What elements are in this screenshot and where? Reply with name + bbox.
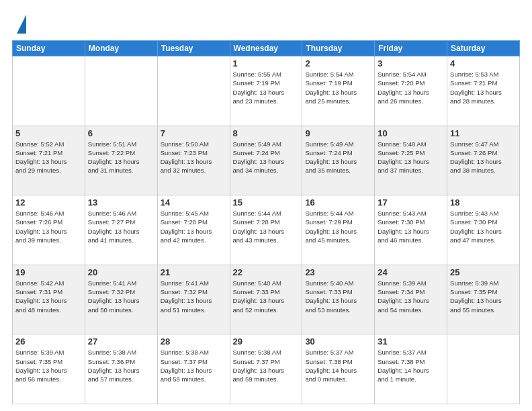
cell-info-text: Sunrise: 5:54 AM Sunset: 7:20 PM Dayligh…: [378, 70, 444, 105]
cell-info-text: Sunrise: 5:46 AM Sunset: 7:26 PM Dayligh…: [15, 209, 82, 244]
calendar-cell: 3Sunrise: 5:54 AM Sunset: 7:20 PM Daylig…: [375, 56, 447, 126]
calendar-cell: 13Sunrise: 5:46 AM Sunset: 7:27 PM Dayli…: [85, 195, 157, 265]
cell-info-text: Sunrise: 5:41 AM Sunset: 7:32 PM Dayligh…: [161, 279, 227, 314]
cell-date-number: 19: [15, 267, 82, 277]
weekday-header-saturday: Saturday: [447, 41, 520, 56]
cell-info-text: Sunrise: 5:43 AM Sunset: 7:30 PM Dayligh…: [450, 209, 517, 244]
cell-info-text: Sunrise: 5:44 AM Sunset: 7:29 PM Dayligh…: [305, 209, 371, 244]
cell-info-text: Sunrise: 5:43 AM Sunset: 7:30 PM Dayligh…: [378, 209, 444, 244]
calendar-cell: 31Sunrise: 5:37 AM Sunset: 7:38 PM Dayli…: [375, 334, 447, 404]
cell-date-number: 10: [378, 128, 444, 138]
logo: [12, 12, 26, 34]
calendar-cell: 29Sunrise: 5:38 AM Sunset: 7:37 PM Dayli…: [230, 334, 302, 404]
calendar-cell: 27Sunrise: 5:38 AM Sunset: 7:36 PM Dayli…: [85, 334, 157, 404]
cell-info-text: Sunrise: 5:47 AM Sunset: 7:26 PM Dayligh…: [450, 140, 517, 175]
cell-info-text: Sunrise: 5:50 AM Sunset: 7:23 PM Dayligh…: [161, 140, 227, 175]
cell-date-number: 12: [15, 197, 82, 208]
calendar-cell: 12Sunrise: 5:46 AM Sunset: 7:26 PM Dayli…: [13, 195, 85, 265]
calendar-cell: 15Sunrise: 5:44 AM Sunset: 7:28 PM Dayli…: [230, 195, 302, 265]
cell-date-number: 8: [233, 128, 300, 138]
cell-info-text: Sunrise: 5:41 AM Sunset: 7:32 PM Dayligh…: [88, 279, 154, 314]
cell-info-text: Sunrise: 5:55 AM Sunset: 7:19 PM Dayligh…: [233, 70, 300, 105]
cell-info-text: Sunrise: 5:39 AM Sunset: 7:35 PM Dayligh…: [450, 279, 517, 314]
calendar-row-3: 19Sunrise: 5:42 AM Sunset: 7:31 PM Dayli…: [13, 265, 520, 334]
calendar-cell: 23Sunrise: 5:40 AM Sunset: 7:33 PM Dayli…: [302, 265, 375, 334]
cell-info-text: Sunrise: 5:45 AM Sunset: 7:28 PM Dayligh…: [161, 209, 227, 244]
cell-date-number: 21: [161, 267, 227, 277]
calendar-cell: 14Sunrise: 5:45 AM Sunset: 7:28 PM Dayli…: [157, 195, 230, 265]
cell-date-number: 17: [378, 197, 444, 208]
cell-info-text: Sunrise: 5:49 AM Sunset: 7:24 PM Dayligh…: [233, 140, 300, 175]
calendar-cell: 18Sunrise: 5:43 AM Sunset: 7:30 PM Dayli…: [447, 195, 520, 265]
cell-info-text: Sunrise: 5:39 AM Sunset: 7:35 PM Dayligh…: [15, 348, 82, 383]
calendar-row-0: 1Sunrise: 5:55 AM Sunset: 7:19 PM Daylig…: [13, 56, 520, 126]
calendar-cell: 11Sunrise: 5:47 AM Sunset: 7:26 PM Dayli…: [447, 126, 520, 195]
calendar-cell: 17Sunrise: 5:43 AM Sunset: 7:30 PM Dayli…: [375, 195, 447, 265]
cell-info-text: Sunrise: 5:39 AM Sunset: 7:34 PM Dayligh…: [378, 279, 444, 314]
cell-date-number: 27: [88, 336, 154, 347]
calendar-cell: 20Sunrise: 5:41 AM Sunset: 7:32 PM Dayli…: [85, 265, 157, 334]
cell-date-number: 18: [450, 197, 517, 208]
cell-date-number: 24: [378, 267, 444, 277]
cell-info-text: Sunrise: 5:49 AM Sunset: 7:24 PM Dayligh…: [305, 140, 371, 175]
calendar-cell: 4Sunrise: 5:53 AM Sunset: 7:21 PM Daylig…: [447, 56, 520, 126]
calendar-cell: [85, 56, 157, 126]
calendar-cell: 22Sunrise: 5:40 AM Sunset: 7:33 PM Dayli…: [230, 265, 302, 334]
calendar-cell: [157, 56, 230, 126]
calendar-row-1: 5Sunrise: 5:52 AM Sunset: 7:21 PM Daylig…: [13, 126, 520, 195]
weekday-header-wednesday: Wednesday: [230, 41, 302, 56]
weekday-header-friday: Friday: [375, 41, 447, 56]
calendar-table: SundayMondayTuesdayWednesdayThursdayFrid…: [12, 40, 520, 404]
cell-date-number: 29: [233, 336, 300, 347]
cell-info-text: Sunrise: 5:46 AM Sunset: 7:27 PM Dayligh…: [88, 209, 154, 244]
cell-date-number: 16: [305, 197, 371, 208]
cell-date-number: 30: [305, 336, 371, 347]
page: SundayMondayTuesdayWednesdayThursdayFrid…: [0, 0, 532, 411]
cell-info-text: Sunrise: 5:37 AM Sunset: 7:38 PM Dayligh…: [305, 348, 371, 383]
calendar-cell: 8Sunrise: 5:49 AM Sunset: 7:24 PM Daylig…: [230, 126, 302, 195]
cell-info-text: Sunrise: 5:38 AM Sunset: 7:37 PM Dayligh…: [161, 348, 227, 383]
weekday-header-row: SundayMondayTuesdayWednesdayThursdayFrid…: [13, 41, 520, 56]
cell-date-number: 20: [88, 267, 154, 277]
cell-info-text: Sunrise: 5:42 AM Sunset: 7:31 PM Dayligh…: [15, 279, 82, 314]
calendar-cell: 19Sunrise: 5:42 AM Sunset: 7:31 PM Dayli…: [13, 265, 85, 334]
calendar-cell: 26Sunrise: 5:39 AM Sunset: 7:35 PM Dayli…: [13, 334, 85, 404]
cell-info-text: Sunrise: 5:40 AM Sunset: 7:33 PM Dayligh…: [233, 279, 300, 314]
calendar-cell: [447, 334, 520, 404]
cell-date-number: 28: [161, 336, 227, 347]
cell-date-number: 26: [15, 336, 82, 347]
cell-date-number: 31: [378, 336, 444, 347]
calendar-cell: 28Sunrise: 5:38 AM Sunset: 7:37 PM Dayli…: [157, 334, 230, 404]
cell-info-text: Sunrise: 5:54 AM Sunset: 7:19 PM Dayligh…: [305, 70, 371, 105]
calendar-cell: 16Sunrise: 5:44 AM Sunset: 7:29 PM Dayli…: [302, 195, 375, 265]
weekday-header-tuesday: Tuesday: [157, 41, 230, 56]
calendar-cell: 5Sunrise: 5:52 AM Sunset: 7:21 PM Daylig…: [13, 126, 85, 195]
calendar-cell: 24Sunrise: 5:39 AM Sunset: 7:34 PM Dayli…: [375, 265, 447, 334]
cell-date-number: 13: [88, 197, 154, 208]
weekday-header-monday: Monday: [85, 41, 157, 56]
cell-date-number: 25: [450, 267, 517, 277]
calendar-cell: 10Sunrise: 5:48 AM Sunset: 7:25 PM Dayli…: [375, 126, 447, 195]
calendar-cell: 30Sunrise: 5:37 AM Sunset: 7:38 PM Dayli…: [302, 334, 375, 404]
cell-date-number: 3: [378, 58, 444, 68]
calendar-cell: 7Sunrise: 5:50 AM Sunset: 7:23 PM Daylig…: [157, 126, 230, 195]
cell-date-number: 2: [305, 58, 371, 68]
calendar-cell: [13, 56, 85, 126]
cell-info-text: Sunrise: 5:38 AM Sunset: 7:37 PM Dayligh…: [233, 348, 300, 383]
calendar-cell: 9Sunrise: 5:49 AM Sunset: 7:24 PM Daylig…: [302, 126, 375, 195]
cell-date-number: 9: [305, 128, 371, 138]
cell-info-text: Sunrise: 5:37 AM Sunset: 7:38 PM Dayligh…: [378, 348, 444, 383]
calendar-cell: 6Sunrise: 5:51 AM Sunset: 7:22 PM Daylig…: [85, 126, 157, 195]
calendar-cell: 21Sunrise: 5:41 AM Sunset: 7:32 PM Dayli…: [157, 265, 230, 334]
logo-triangle-icon: [17, 15, 26, 34]
cell-date-number: 15: [233, 197, 300, 208]
cell-info-text: Sunrise: 5:44 AM Sunset: 7:28 PM Dayligh…: [233, 209, 300, 244]
cell-info-text: Sunrise: 5:51 AM Sunset: 7:22 PM Dayligh…: [88, 140, 154, 175]
calendar-cell: 2Sunrise: 5:54 AM Sunset: 7:19 PM Daylig…: [302, 56, 375, 126]
calendar-row-2: 12Sunrise: 5:46 AM Sunset: 7:26 PM Dayli…: [13, 195, 520, 265]
header: [12, 12, 520, 34]
cell-date-number: 5: [15, 128, 82, 138]
cell-date-number: 11: [450, 128, 517, 138]
cell-info-text: Sunrise: 5:52 AM Sunset: 7:21 PM Dayligh…: [15, 140, 82, 175]
weekday-header-thursday: Thursday: [302, 41, 375, 56]
